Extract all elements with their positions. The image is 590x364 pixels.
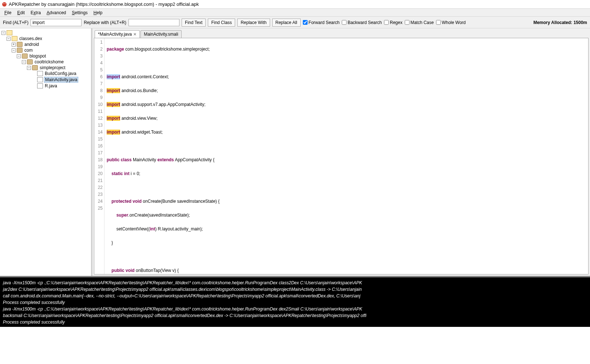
- find-input[interactable]: [31, 19, 82, 26]
- find-class-button[interactable]: Find Class: [208, 19, 235, 27]
- expand-icon[interactable]: +: [12, 43, 16, 47]
- replace-label: Replace with (ALT+R): [84, 20, 126, 25]
- collapse-icon[interactable]: −: [17, 54, 21, 58]
- menu-bar: File Edit Extra Advanced Settings Help: [0, 9, 590, 17]
- window-title: APKRepatcher by csanuragjain (https://co…: [9, 1, 199, 7]
- console-line: backsmali C:\Users\anjain\workspace\APKR…: [3, 312, 587, 319]
- app-icon: [1, 1, 7, 7]
- package-icon: [17, 48, 23, 53]
- code-panel: 12345 678910 1112131415 1617181920 21222…: [94, 38, 589, 274]
- tree-node-android[interactable]: + android: [1, 41, 90, 47]
- replace-input[interactable]: [128, 19, 179, 26]
- editor-area: *MainActivity.java ✕ MainActivity.smali …: [92, 28, 590, 276]
- console-line: Process completed successfully: [3, 299, 587, 306]
- tree-node-blogspot[interactable]: − blogspot: [1, 53, 90, 59]
- find-text-button[interactable]: Find Text: [182, 19, 206, 27]
- console-line: java -Xmx1500m -cp .;C:\Users\anjain\wor…: [3, 306, 587, 312]
- menu-edit[interactable]: Edit: [14, 9, 28, 16]
- archive-icon: [12, 36, 17, 41]
- console-line: java -Xmx1500m -cp .;C:\Users\anjain\wor…: [3, 280, 587, 286]
- menu-file[interactable]: File: [1, 9, 14, 16]
- menu-settings[interactable]: Settings: [69, 9, 90, 16]
- close-tab-icon[interactable]: ✕: [133, 32, 136, 37]
- svg-point-2: [5, 3, 5, 4]
- title-bar: APKRepatcher by csanuragjain (https://co…: [0, 0, 590, 9]
- toolbar: Find (ALT+F) Replace with (ALT+R) Find T…: [0, 17, 590, 28]
- line-gutter: 12345 678910 1112131415 1617181920 21222…: [94, 38, 104, 274]
- collapse-icon[interactable]: −: [22, 60, 26, 64]
- collapse-icon[interactable]: −: [1, 31, 5, 35]
- replace-all-button[interactable]: Replace All: [272, 19, 301, 27]
- folder-icon: [7, 30, 12, 35]
- tree-file-r[interactable]: R.java: [1, 83, 90, 89]
- console-output[interactable]: java -Xmx1500m -cp .;C:\Users\anjain\wor…: [0, 276, 590, 327]
- file-icon: [37, 71, 43, 76]
- console-line: Process completed successfully: [3, 319, 587, 325]
- menu-extra[interactable]: Extra: [28, 9, 44, 16]
- collapse-icon[interactable]: −: [27, 66, 31, 70]
- main-area: − − classes.dex + android − com: [0, 28, 590, 276]
- editor-tabs: *MainActivity.java ✕ MainActivity.smali: [92, 28, 590, 38]
- console-line: jar2dex C:\Users\anjain\workspace\APKRep…: [3, 286, 587, 293]
- tree-root[interactable]: −: [1, 30, 90, 36]
- whole-word-checkbox[interactable]: Whole Word: [436, 20, 466, 25]
- menu-help[interactable]: Help: [91, 9, 106, 16]
- svg-point-0: [2, 2, 7, 7]
- find-label: Find (ALT+F): [3, 20, 28, 25]
- replace-with-button[interactable]: Replace With: [237, 19, 270, 27]
- package-icon: [22, 54, 28, 59]
- code-editor[interactable]: package com.blogspot.cooltrickshome.simp…: [104, 38, 588, 274]
- tree-node-com[interactable]: − com: [1, 47, 90, 53]
- tree-file-mainactivity[interactable]: MainActivity.java: [1, 76, 90, 83]
- menu-advanced[interactable]: Advanced: [44, 9, 69, 16]
- tree-file-buildconfig[interactable]: BuildConfig.java: [1, 71, 90, 76]
- package-icon: [27, 59, 33, 64]
- memory-allocated-label: Memory Allocated: 1500m: [533, 20, 587, 25]
- regex-checkbox[interactable]: Regex: [384, 20, 403, 25]
- package-icon: [32, 65, 38, 70]
- tree-node-simpleproject[interactable]: − simpleproject: [1, 65, 90, 71]
- tab-mainactivity-java[interactable]: *MainActivity.java ✕: [95, 30, 140, 38]
- tab-mainactivity-smali[interactable]: MainActivity.smali: [140, 30, 181, 38]
- tree-node-classes-dex[interactable]: − classes.dex: [1, 36, 90, 41]
- tree-node-cooltrickshome[interactable]: − cooltrickshome: [1, 59, 90, 65]
- console-line: call com.android.dx.command.Main.main[--…: [3, 293, 587, 299]
- forward-search-checkbox[interactable]: Forward Search: [303, 20, 340, 25]
- file-icon: [37, 83, 43, 88]
- file-icon: [37, 77, 43, 82]
- package-icon: [17, 42, 23, 47]
- match-case-checkbox[interactable]: Match Case: [405, 20, 434, 25]
- project-tree[interactable]: − − classes.dex + android − com: [0, 28, 92, 276]
- backward-search-checkbox[interactable]: Backward Search: [342, 20, 382, 25]
- svg-point-1: [3, 3, 4, 4]
- collapse-icon[interactable]: −: [7, 37, 11, 41]
- collapse-icon[interactable]: −: [12, 48, 16, 52]
